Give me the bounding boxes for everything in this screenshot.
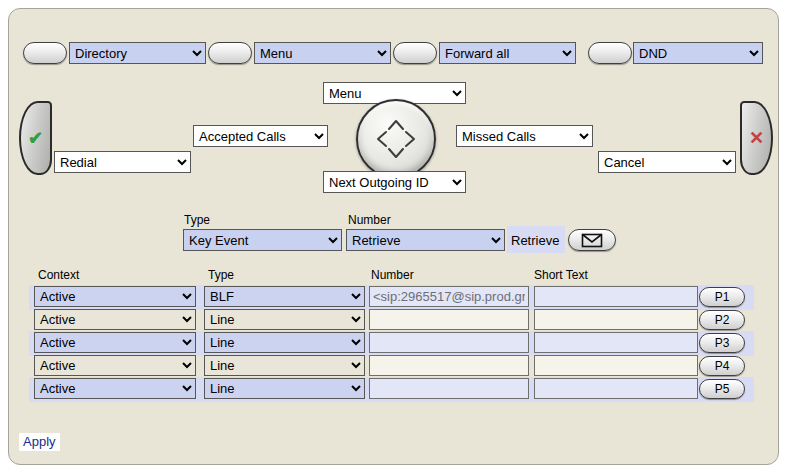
fkey-row-p3: Active Line P3 bbox=[9, 332, 778, 355]
top-softkey-button-2[interactable] bbox=[208, 42, 252, 64]
top-softkey-button-4[interactable] bbox=[588, 42, 632, 64]
fkey-p4-button[interactable]: P4 bbox=[699, 356, 745, 376]
dpad-arrows-icon bbox=[358, 101, 434, 177]
fkey-p3-number-input[interactable] bbox=[369, 332, 529, 353]
fkey-p1-context-select[interactable]: Active bbox=[34, 286, 196, 307]
message-number-select[interactable]: Retrieve bbox=[346, 229, 505, 251]
header-short-text: Short Text bbox=[534, 268, 588, 282]
fkey-p2-number-input[interactable] bbox=[369, 309, 529, 330]
fkey-p3-short-text-input[interactable] bbox=[534, 332, 698, 353]
fkey-p4-type-select[interactable]: Line bbox=[204, 355, 365, 376]
fkey-row-p4: Active Line P4 bbox=[9, 355, 778, 378]
header-context: Context bbox=[38, 268, 79, 282]
retrieve-label: Retrieve bbox=[511, 233, 559, 248]
fkey-p5-type-select[interactable]: Line bbox=[204, 378, 365, 399]
top-softkey-button-1[interactable] bbox=[23, 42, 67, 64]
accepted-calls-select[interactable]: Accepted Calls bbox=[193, 125, 328, 147]
apply-button[interactable]: Apply bbox=[19, 433, 60, 451]
fkey-p4-short-text-input[interactable] bbox=[534, 355, 698, 376]
top-softkey-button-3[interactable] bbox=[393, 42, 437, 64]
number-label: Number bbox=[348, 213, 391, 227]
fkey-p3-button[interactable]: P3 bbox=[699, 333, 745, 353]
fkey-p2-button[interactable]: P2 bbox=[699, 310, 745, 330]
check-icon: ✔ bbox=[28, 127, 43, 149]
cancel-select[interactable]: Cancel bbox=[598, 151, 736, 173]
nav-bottom-select[interactable]: Next Outgoing ID bbox=[323, 171, 466, 193]
fkey-p2-short-text-input[interactable] bbox=[534, 309, 698, 330]
missed-calls-select[interactable]: Missed Calls bbox=[456, 125, 593, 147]
header-number: Number bbox=[371, 268, 414, 282]
fkey-p5-context-select[interactable]: Active bbox=[34, 378, 196, 399]
ok-key-button[interactable]: ✔ bbox=[19, 101, 52, 175]
fkey-p4-number-input[interactable] bbox=[369, 355, 529, 376]
fkey-row-p5: Active Line P5 bbox=[9, 378, 778, 401]
phone-keys-panel: Directory Menu Forward all DND Menu ✔ Ac… bbox=[8, 8, 779, 465]
redial-select[interactable]: Redial bbox=[54, 151, 191, 173]
fkey-p1-button[interactable]: P1 bbox=[699, 287, 745, 307]
fkey-p3-context-select[interactable]: Active bbox=[34, 332, 196, 353]
fkey-row-p1: Active BLF P1 bbox=[9, 286, 778, 309]
top-softkey-select-2[interactable]: Menu bbox=[254, 42, 391, 64]
fkey-p5-short-text-input[interactable] bbox=[534, 378, 698, 399]
x-icon: ✕ bbox=[749, 127, 764, 149]
fkey-p2-context-select[interactable]: Active bbox=[34, 309, 196, 330]
top-softkey-select-3[interactable]: Forward all bbox=[439, 42, 576, 64]
cancel-key-button[interactable]: ✕ bbox=[740, 101, 773, 175]
fkey-p5-button[interactable]: P5 bbox=[699, 379, 745, 399]
header-type: Type bbox=[208, 268, 234, 282]
fkey-p2-type-select[interactable]: Line bbox=[204, 309, 365, 330]
fkey-p5-number-input[interactable] bbox=[369, 378, 529, 399]
retrieve-messages-button[interactable] bbox=[568, 229, 616, 251]
fkey-p4-context-select[interactable]: Active bbox=[34, 355, 196, 376]
top-softkey-select-4[interactable]: DND bbox=[633, 42, 763, 64]
top-softkey-select-1[interactable]: Directory bbox=[69, 42, 206, 64]
fkey-p1-number-input[interactable] bbox=[369, 286, 529, 307]
fkey-row-p2: Active Line P2 bbox=[9, 309, 778, 332]
type-label: Type bbox=[184, 213, 210, 227]
fkey-p1-short-text-input[interactable] bbox=[534, 286, 698, 307]
fkey-p1-type-select[interactable]: BLF bbox=[204, 286, 365, 307]
navigation-pad[interactable] bbox=[356, 99, 436, 179]
envelope-icon bbox=[581, 233, 603, 248]
message-type-select[interactable]: Key Event bbox=[183, 229, 342, 251]
fkey-p3-type-select[interactable]: Line bbox=[204, 332, 365, 353]
